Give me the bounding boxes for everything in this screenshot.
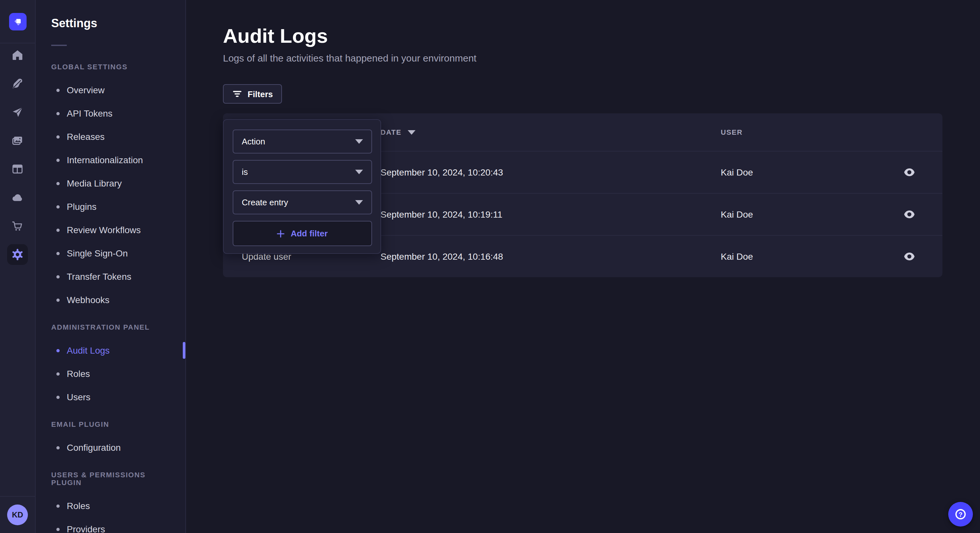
sidebar-item-admin-users[interactable]: Users	[36, 385, 185, 409]
page-title: Audit Logs	[223, 25, 942, 48]
sidebar-item-transfer-tokens[interactable]: Transfer Tokens	[36, 265, 185, 288]
row-actions-cell	[904, 211, 942, 218]
date-column-header: DATE	[380, 128, 401, 136]
rail-button-home[interactable]	[7, 45, 28, 65]
bullet-icon	[56, 349, 60, 352]
filters-button[interactable]: Filters	[223, 84, 282, 104]
cart-icon	[11, 219, 24, 233]
eye-icon	[904, 168, 915, 176]
layout-icon	[11, 163, 24, 176]
filters-button-label: Filters	[248, 89, 273, 99]
cloud-icon	[11, 191, 24, 204]
sort-desc-icon	[408, 130, 416, 134]
sidebar-item-releases[interactable]: Releases	[36, 125, 185, 148]
rail-button-media[interactable]	[7, 130, 28, 151]
sidebar-item-api-tokens[interactable]: API Tokens	[36, 102, 185, 125]
images-icon	[11, 134, 24, 147]
logo-block	[0, 0, 35, 43]
administration-panel-list: Audit Logs Roles Users	[36, 339, 185, 409]
home-icon	[11, 49, 24, 62]
eye-icon	[904, 211, 915, 218]
sidebar-item-email-configuration[interactable]: Configuration	[36, 436, 185, 459]
rail-button-content[interactable]	[7, 73, 28, 94]
bullet-icon	[56, 159, 60, 162]
page-subtitle: Logs of all the activities that happened…	[223, 52, 942, 63]
bullet-icon	[56, 228, 60, 232]
eye-icon	[904, 252, 915, 260]
section-label-administration-panel: ADMINISTRATION PANEL	[51, 323, 170, 331]
bullet-icon	[56, 372, 60, 375]
strapi-logo-mark	[11, 15, 24, 27]
global-settings-list: Overview API Tokens Releases Internation…	[36, 78, 185, 311]
rail-button-settings[interactable]	[7, 244, 28, 265]
bullet-icon	[56, 395, 60, 399]
bullet-icon	[56, 89, 60, 92]
title-divider	[51, 45, 67, 46]
feather-icon	[11, 77, 24, 90]
chevron-down-icon	[355, 200, 363, 205]
date-cell: September 10, 2024, 10:16:48	[380, 251, 721, 262]
bullet-icon	[56, 205, 60, 208]
add-filter-button[interactable]: Add filter	[233, 221, 372, 246]
sidebar-item-admin-roles[interactable]: Roles	[36, 362, 185, 385]
filter-operator-select[interactable]: is	[233, 160, 372, 184]
section-label-users-permissions-plugin: USERS & PERMISSIONS PLUGIN	[51, 471, 170, 486]
view-log-button[interactable]	[904, 168, 915, 176]
sidebar-item-media-library[interactable]: Media Library	[36, 171, 185, 195]
main-content: Audit Logs Logs of all the activities th…	[186, 0, 980, 533]
view-log-button[interactable]	[904, 211, 915, 218]
row-actions-cell	[904, 168, 942, 176]
rail-button-marketplace[interactable]	[7, 216, 28, 236]
filter-operator-value: is	[242, 167, 248, 177]
sidebar-item-up-providers[interactable]: Providers	[36, 517, 185, 533]
bullet-icon	[56, 182, 60, 185]
rail-footer: KD	[0, 496, 35, 533]
sidebar-item-internationalization[interactable]: Internationalization	[36, 148, 185, 171]
rail-button-deploy[interactable]	[7, 187, 28, 208]
strapi-logo-icon[interactable]	[9, 13, 26, 30]
date-column-sort-button[interactable]: DATE	[380, 128, 721, 136]
settings-sidebar: Settings GLOBAL SETTINGS Overview API To…	[36, 0, 186, 533]
filter-popover: Action is Create entry Add filter	[223, 119, 381, 254]
filter-field-select[interactable]: Action	[233, 130, 372, 154]
email-plugin-list: Configuration	[36, 436, 185, 459]
bullet-icon	[56, 135, 60, 138]
rail-nav	[7, 45, 28, 265]
bullet-icon	[56, 275, 60, 278]
question-mark-icon: ?	[955, 509, 966, 519]
avatar[interactable]: KD	[7, 504, 28, 525]
sidebar-item-webhooks[interactable]: Webhooks	[36, 288, 185, 311]
gear-icon	[10, 247, 25, 262]
bullet-icon	[56, 298, 60, 301]
bullet-icon	[56, 112, 60, 115]
sidebar-item-up-roles[interactable]: Roles	[36, 494, 185, 517]
plus-icon	[277, 230, 285, 237]
sidebar-item-review-workflows[interactable]: Review Workflows	[36, 218, 185, 241]
date-cell: September 10, 2024, 10:20:43	[380, 167, 721, 178]
chevron-down-icon	[355, 139, 363, 144]
rail-button-releases[interactable]	[7, 102, 28, 122]
row-actions-cell	[904, 252, 942, 260]
add-filter-label: Add filter	[291, 228, 328, 238]
date-cell: September 10, 2024, 10:19:11	[380, 209, 721, 219]
user-cell: Kai Doe	[721, 209, 904, 219]
help-button[interactable]: ?	[948, 502, 973, 527]
icon-rail: KD	[0, 0, 36, 533]
filter-value-select[interactable]: Create entry	[233, 190, 372, 214]
sidebar-item-audit-logs[interactable]: Audit Logs	[36, 339, 185, 362]
bullet-icon	[56, 504, 60, 508]
filter-icon	[232, 89, 242, 99]
rail-button-content-manager[interactable]	[7, 159, 28, 179]
sidebar-item-plugins[interactable]: Plugins	[36, 195, 185, 218]
sidebar-item-single-sign-on[interactable]: Single Sign-On	[36, 241, 185, 265]
bullet-icon	[56, 252, 60, 255]
app-root: KD Settings GLOBAL SETTINGS Overview API…	[0, 0, 980, 533]
users-permissions-list: Roles Providers	[36, 494, 185, 533]
filter-value-value: Create entry	[242, 198, 288, 207]
bullet-icon	[56, 528, 60, 531]
paper-plane-icon	[11, 106, 24, 119]
sidebar-item-overview[interactable]: Overview	[36, 78, 185, 102]
bullet-icon	[56, 446, 60, 449]
view-log-button[interactable]	[904, 252, 915, 260]
user-cell: Kai Doe	[721, 251, 904, 262]
